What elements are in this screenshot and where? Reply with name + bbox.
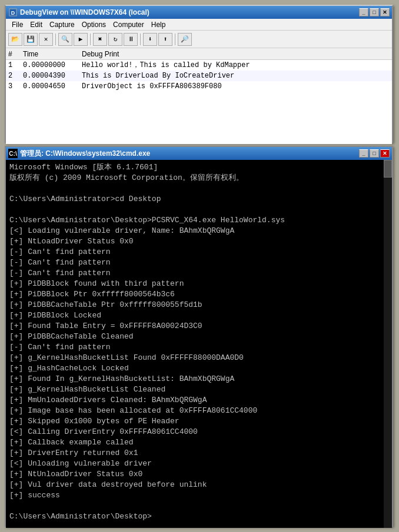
debug-row-3-print: DriverObject is 0xFFFFA806389F080: [82, 81, 390, 92]
toolbar-sep4: [175, 34, 175, 45]
debugview-icon: D: [8, 8, 18, 17]
cmd-titlebar: C:\ 管理员: C:\Windows\system32\cmd.exe _ □…: [6, 147, 392, 160]
menu-options[interactable]: Options: [78, 20, 109, 29]
minimize-button[interactable]: _: [359, 8, 368, 16]
cmd-close-button[interactable]: ✕: [380, 149, 390, 158]
menu-file[interactable]: File: [8, 20, 26, 29]
debugview-menubar: File Edit Capture Options Computer Help: [6, 19, 392, 31]
menu-edit[interactable]: Edit: [26, 20, 46, 29]
toolbar-sep2: [90, 34, 91, 45]
debugview-titlebar: D DebugView on \\WINDOWS7X64 (local) _ □…: [6, 6, 392, 19]
debug-row-2-time: 0.00004390: [23, 71, 82, 81]
cmd-scrollbar-track[interactable]: [384, 160, 392, 528]
toolbar-find[interactable]: 🔍: [58, 33, 72, 46]
cmd-text: Microsoft Windows [版本 6.1.7601] 版权所有 (c)…: [9, 162, 381, 522]
cmd-titlebar-buttons: _ □ ✕: [359, 149, 390, 158]
toolbar-sep1: [55, 34, 56, 45]
debugview-toolbar: 📂 💾 ✕ 🔍 ▶ ✖ ↻ ⏸ ⬇ ⬆ 🔎: [6, 31, 392, 48]
menu-help[interactable]: Help: [148, 20, 169, 29]
debug-row-1: 1 0.00000000 Hello world!，This is called…: [6, 60, 392, 71]
col-header-print: Debug Print: [82, 50, 390, 58]
toolbar-refresh[interactable]: ↻: [108, 33, 122, 46]
menu-computer[interactable]: Computer: [109, 20, 148, 29]
maximize-button[interactable]: □: [370, 8, 379, 16]
toolbar-next[interactable]: ▶: [74, 33, 88, 46]
toolbar-pause[interactable]: ⏸: [124, 33, 138, 46]
debug-row-3-num: 3: [8, 81, 23, 92]
cmd-minimize-button[interactable]: _: [359, 149, 368, 158]
menu-capture[interactable]: Capture: [46, 20, 78, 29]
cmd-content: Microsoft Windows [版本 6.1.7601] 版权所有 (c)…: [6, 160, 392, 528]
debugview-content: 1 0.00000000 Hello world!，This is called…: [6, 60, 392, 144]
svg-text:D: D: [11, 10, 15, 16]
debug-row-1-time: 0.00000000: [23, 60, 82, 71]
toolbar-open[interactable]: 📂: [8, 33, 22, 46]
debug-row-3: 3 0.00004650 DriverObject is 0xFFFFA8063…: [6, 81, 392, 92]
cmd-scrollbar-thumb[interactable]: [384, 160, 392, 178]
debug-row-1-num: 1: [8, 60, 23, 71]
debugview-window: D DebugView on \\WINDOWS7X64 (local) _ □…: [5, 5, 393, 143]
toolbar-search[interactable]: 🔎: [178, 33, 192, 46]
toolbar-filter[interactable]: ⬇: [143, 33, 157, 46]
cmd-maximize-button[interactable]: □: [370, 149, 379, 158]
debug-row-2-print: This is DriverLoad By IoCreateDriver: [82, 71, 390, 81]
debug-row-1-print: Hello world!，This is called by KdMapper: [82, 60, 390, 71]
toolbar-close[interactable]: ✕: [39, 33, 53, 46]
cmd-window: C:\ 管理员: C:\Windows\system32\cmd.exe _ □…: [5, 146, 393, 527]
toolbar-sep3: [140, 34, 141, 45]
debug-row-3-time: 0.00004650: [23, 81, 82, 92]
cmd-title: 管理员: C:\Windows\system32\cmd.exe: [20, 149, 359, 159]
col-header-time: Time: [23, 50, 82, 58]
toolbar-highlight[interactable]: ⬆: [158, 33, 172, 46]
debug-row-2-num: 2: [8, 71, 23, 81]
close-button[interactable]: ✕: [380, 8, 390, 16]
debugview-titlebar-buttons: _ □ ✕: [359, 8, 390, 16]
debugview-title: DebugView on \\WINDOWS7X64 (local): [20, 8, 359, 16]
debug-row-2: 2 0.00004390 This is DriverLoad By IoCre…: [6, 71, 392, 81]
cmd-icon: C:\: [8, 149, 18, 158]
toolbar-save[interactable]: 💾: [24, 33, 38, 46]
debugview-column-header: # Time Debug Print: [6, 48, 392, 60]
col-header-num: #: [8, 50, 23, 58]
toolbar-clear[interactable]: ✖: [93, 33, 107, 46]
